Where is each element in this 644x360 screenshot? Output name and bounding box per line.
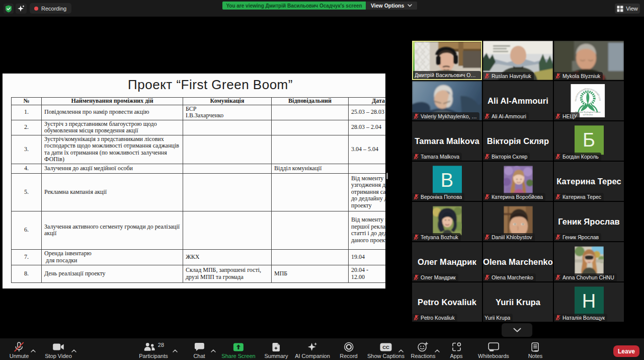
chevron-down-icon bbox=[408, 4, 412, 7]
sparkle-icon bbox=[17, 5, 25, 13]
captions-options-chevron[interactable] bbox=[398, 345, 404, 354]
table-row: 5. Рекламна кампанія акції Від моменту у… bbox=[12, 173, 386, 211]
participant-tile-veronika[interactable]: В Вероніка Попова bbox=[412, 162, 482, 201]
stop-video-button[interactable]: Stop Video bbox=[45, 342, 72, 359]
participant-tile-olena[interactable]: Olena Marchenko Olena Marchenko bbox=[483, 242, 553, 281]
table-row: 8. День реалізації проекту Склад МПБ, за… bbox=[12, 265, 386, 282]
table-row: 4. Залучення до акції медійної особи Від… bbox=[12, 164, 386, 173]
participant-tile-kateryna-v[interactable]: Катерина Воробйова bbox=[483, 162, 553, 201]
ai-companion-icon bbox=[307, 342, 318, 352]
notes-icon bbox=[531, 342, 540, 352]
avatar-letter: В bbox=[433, 166, 462, 195]
table-row: 1. Повідомлення про намір провести акцію… bbox=[12, 105, 386, 120]
participant-tile-bohdan[interactable]: Б Богдан Король bbox=[554, 121, 624, 161]
gallery-view-icon bbox=[617, 6, 623, 12]
participant-tile-mykola[interactable]: Mykola Blyzniuk bbox=[554, 41, 624, 80]
notes-button[interactable]: Notes bbox=[528, 342, 543, 359]
participant-name-label: Богдан Король bbox=[554, 153, 601, 161]
leave-button[interactable]: Leave bbox=[613, 345, 639, 357]
bottom-toolbar: Unmute Stop Video 28 Participants bbox=[0, 338, 644, 360]
captions-icon: CC bbox=[380, 343, 392, 351]
view-options-button[interactable]: View Options bbox=[366, 2, 417, 10]
avatar-letter: Н bbox=[575, 286, 604, 316]
participant-tile-henyk[interactable]: Геник Ярослав Геник Ярослав bbox=[554, 202, 624, 241]
participants-icon bbox=[143, 342, 156, 351]
unmute-options-chevron[interactable] bbox=[31, 345, 36, 354]
share-screen-icon bbox=[233, 343, 244, 351]
muted-mic-icon bbox=[555, 274, 560, 280]
participant-photo bbox=[575, 246, 604, 275]
participant-tile-tamara[interactable]: Tamara Malkova Tamara Malkova bbox=[412, 121, 482, 161]
participant-tile-kateryna-t[interactable]: Катерина Терес Катерина Терес bbox=[554, 162, 624, 201]
participant-tile-yurii[interactable]: Yurii Krupa Yurii Krupa bbox=[483, 282, 553, 322]
participant-name-label: Daniil Khlobystov bbox=[483, 233, 535, 241]
ai-companion-button[interactable]: AI Companion bbox=[295, 342, 330, 359]
document-table: № Найменування проміжних дій Комунікація… bbox=[11, 97, 385, 283]
chat-button[interactable]: Chat bbox=[193, 342, 205, 359]
muted-mic-icon bbox=[414, 274, 419, 280]
muted-mic-icon bbox=[414, 113, 419, 119]
reactions-button[interactable]: Reactions bbox=[411, 342, 436, 359]
participant-name-label: Tamara Malkova bbox=[412, 153, 462, 161]
muted-mic-icon bbox=[555, 234, 560, 240]
participant-name-label: Yurii Krupa bbox=[483, 314, 513, 322]
participant-tile-ruslan[interactable]: Ruslan Havryliuk bbox=[483, 41, 553, 80]
whiteboards-icon bbox=[488, 342, 499, 351]
shared-screen-document: Проект “First Green Boom” № Найменування… bbox=[3, 74, 385, 289]
security-shield-button[interactable] bbox=[4, 4, 14, 14]
chat-options-chevron[interactable] bbox=[211, 345, 216, 354]
svg-text:of Ukraine: of Ukraine bbox=[583, 113, 593, 116]
participant-name-label: Геник Ярослав bbox=[554, 233, 601, 241]
avatar-letter: Б bbox=[575, 125, 604, 155]
muted-mic-icon bbox=[485, 113, 490, 119]
video-options-chevron[interactable] bbox=[71, 345, 76, 354]
participant-name-label: Ali Al-Ammouri bbox=[483, 112, 529, 120]
participants-options-chevron[interactable] bbox=[173, 345, 178, 354]
unmute-button[interactable]: Unmute bbox=[10, 342, 29, 359]
table-row: 7. Оренда інвентарю для посадки ЖКХ 19.0… bbox=[12, 249, 386, 265]
participant-name-label: Mykola Blyzniuk bbox=[554, 72, 603, 80]
table-header-row: № Найменування проміжних дій Комунікація… bbox=[12, 98, 386, 105]
participant-tile-nataliia[interactable]: Н Наталія Волощук bbox=[554, 282, 624, 322]
participant-tile-tetyana[interactable]: Tetyana Bozhuk bbox=[412, 202, 482, 241]
participant-tile-daniil[interactable]: Daniil Khlobystov bbox=[483, 202, 553, 241]
recording-dot-icon bbox=[34, 7, 38, 11]
participants-button[interactable]: 28 Participants bbox=[139, 342, 168, 359]
participant-name-label: Катерина Воробйова bbox=[483, 193, 545, 201]
document-scrollbar-thumb[interactable] bbox=[386, 173, 388, 179]
participant-name-label: Вікторія Скляр bbox=[483, 153, 530, 161]
reactions-icon bbox=[418, 342, 429, 352]
participant-tile-petro[interactable]: Petro Kovaliuk Petro Kovaliuk bbox=[412, 282, 482, 322]
ai-companion-topbar-button[interactable] bbox=[16, 4, 27, 14]
shield-check-icon bbox=[5, 5, 12, 13]
apps-button[interactable]: Apps bbox=[450, 342, 462, 359]
record-button[interactable]: Record bbox=[340, 342, 357, 359]
participant-tile-valeriy[interactable]: Valeriy Mykhaylenko, … bbox=[412, 81, 482, 120]
participant-name-label: Ruslan Havryliuk bbox=[483, 72, 534, 80]
share-screen-button[interactable]: Share Screen bbox=[221, 342, 255, 359]
participant-tile-viktoriia[interactable]: Вікторія Скляр Вікторія Скляр bbox=[483, 121, 553, 161]
table-row: 3. Зустріч/комунікація з представниками … bbox=[12, 135, 386, 164]
participant-tile-anna[interactable]: Anna Chovhun CHNU bbox=[554, 242, 624, 281]
participant-tile-dmytrii[interactable]: Дмитрій Васильович Оса… bbox=[412, 41, 482, 80]
muted-mic-icon bbox=[485, 234, 490, 240]
participant-name-label: Anna Chovhun CHNU bbox=[554, 273, 617, 281]
participant-tile-oleh[interactable]: Олег Мандрик Олег Мандрик bbox=[412, 242, 482, 281]
summary-icon bbox=[272, 342, 281, 352]
muted-mic-icon bbox=[485, 274, 490, 280]
participant-photo bbox=[433, 206, 462, 235]
whiteboards-button[interactable]: Whiteboards bbox=[478, 342, 509, 359]
participant-tile-netsu[interactable]: НАЦІОНАЛЬНИЙ ЕКОЛОГІЧНИЙ ЦЕНТР УКРАЇНИ N… bbox=[554, 81, 624, 120]
apps-icon bbox=[451, 342, 461, 352]
view-button[interactable]: View bbox=[615, 4, 640, 14]
participants-count-badge: 28 bbox=[158, 342, 164, 348]
recording-indicator[interactable]: Recording bbox=[30, 3, 71, 14]
summary-button[interactable]: Summary bbox=[264, 342, 288, 359]
muted-mic-icon bbox=[555, 194, 560, 200]
muted-mic-icon bbox=[555, 154, 560, 160]
gallery-scroll-down-button[interactable] bbox=[502, 323, 532, 337]
reactions-options-chevron[interactable] bbox=[435, 345, 440, 354]
table-row: 2. Зустріч з представником благоустрою щ… bbox=[12, 120, 386, 135]
muted-mic-icon bbox=[414, 315, 419, 321]
participant-tile-ali[interactable]: Ali Al-Ammouri Ali Al-Ammouri bbox=[483, 81, 553, 120]
